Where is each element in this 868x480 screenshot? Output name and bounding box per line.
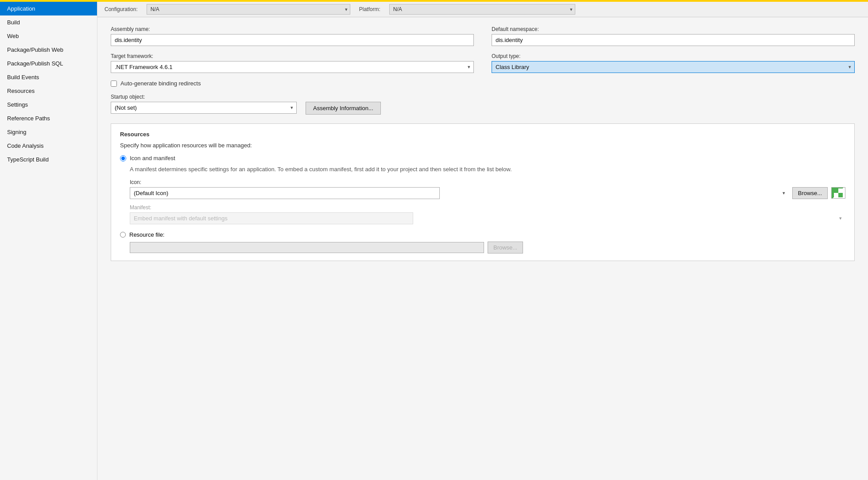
manifest-label: Manifest: — [130, 204, 845, 211]
platform-label: Platform: — [359, 6, 380, 12]
manifest-section: Manifest: Embed manifest with default se… — [130, 204, 845, 224]
icon-select-wrapper: (Default Icon) — [130, 187, 789, 199]
startup-object-group: Startup object: (Not set) — [111, 94, 297, 114]
manifest-select-wrapper: Embed manifest with default settings — [130, 212, 845, 224]
target-framework-label: Target framework: — [111, 53, 474, 59]
startup-object-label: Startup object: — [111, 94, 297, 100]
assembly-namespace-row: Assembly name: Default namespace: — [111, 26, 855, 46]
output-type-select[interactable]: Class Library Console Application Window… — [492, 61, 855, 73]
resource-file-label: Resource file: — [129, 231, 164, 238]
startup-row: Startup object: (Not set) Assembly Infor… — [111, 94, 855, 115]
target-framework-select[interactable]: .NET Framework 4.6.1 .NET Framework 4.5 … — [111, 61, 474, 73]
icon-manifest-label: Icon and manifest — [130, 155, 175, 161]
form-content: Assembly name: Default namespace: Target… — [97, 17, 868, 480]
content-area: Configuration: N/A Debug Release Platfor… — [97, 2, 868, 480]
resources-title: Resources — [120, 131, 845, 138]
svg-rect-2 — [838, 193, 843, 197]
resource-file-input-row: Browse... — [130, 242, 845, 253]
manifest-select[interactable]: Embed manifest with default settings — [130, 212, 413, 224]
resource-file-radio[interactable] — [120, 232, 126, 238]
sidebar-item-signing[interactable]: Signing — [0, 125, 97, 139]
configuration-label: Configuration: — [105, 6, 138, 12]
sidebar-item-application[interactable]: Application — [0, 2, 97, 15]
default-namespace-label: Default namespace: — [492, 26, 855, 32]
icon-label: Icon: — [130, 179, 845, 185]
icon-section: Icon: (Default Icon) Browse... — [130, 179, 845, 199]
sidebar-item-package-publish-sql[interactable]: Package/Publish SQL — [0, 57, 97, 70]
output-type-group: Output type: Class Library Console Appli… — [492, 53, 855, 73]
sidebar-item-package-publish-web[interactable]: Package/Publish Web — [0, 43, 97, 57]
sidebar-item-reference-paths[interactable]: Reference Paths — [0, 111, 97, 125]
auto-generate-row: Auto-generate binding redirects — [111, 80, 855, 87]
assembly-name-input[interactable] — [111, 34, 474, 46]
assembly-name-label: Assembly name: — [111, 26, 474, 32]
icon-browse-button[interactable]: Browse... — [792, 187, 828, 199]
resources-section: Resources Specify how application resour… — [111, 123, 855, 261]
output-type-label: Output type: — [492, 53, 855, 59]
target-framework-group: Target framework: .NET Framework 4.6.1 .… — [111, 53, 474, 73]
icon-select[interactable]: (Default Icon) — [130, 187, 440, 199]
auto-generate-label: Auto-generate binding redirects — [120, 80, 201, 87]
sidebar-item-settings[interactable]: Settings — [0, 98, 97, 111]
default-namespace-group: Default namespace: — [492, 26, 855, 46]
sidebar-item-typescript-build[interactable]: TypeScript Build — [0, 153, 97, 166]
startup-object-dropdown-wrapper: (Not set) — [111, 102, 297, 114]
resource-file-input[interactable] — [130, 242, 484, 253]
default-namespace-input[interactable] — [492, 34, 855, 46]
icon-manifest-radio-option: Icon and manifest — [120, 155, 845, 161]
configuration-select[interactable]: N/A Debug Release — [147, 4, 350, 15]
platform-select[interactable]: N/A Any CPU x86 x64 — [389, 4, 575, 15]
startup-object-select[interactable]: (Not set) — [111, 102, 297, 114]
icon-manifest-radio[interactable] — [120, 155, 126, 161]
sidebar-item-build-events[interactable]: Build Events — [0, 70, 97, 84]
target-framework-dropdown-wrapper: .NET Framework 4.6.1 .NET Framework 4.5 … — [111, 61, 474, 73]
framework-output-row: Target framework: .NET Framework 4.6.1 .… — [111, 53, 855, 73]
sidebar-item-build[interactable]: Build — [0, 15, 97, 29]
configuration-dropdown-wrapper: N/A Debug Release — [147, 4, 350, 15]
svg-rect-1 — [834, 188, 838, 193]
sidebar-item-code-analysis[interactable]: Code Analysis — [0, 139, 97, 153]
assembly-name-group: Assembly name: — [111, 26, 474, 46]
resource-file-browse-button[interactable]: Browse... — [488, 242, 523, 253]
auto-generate-checkbox[interactable] — [111, 81, 117, 87]
icon-manifest-desc: A manifest determines specific settings … — [130, 165, 845, 174]
assembly-information-button[interactable]: Assembly Information... — [306, 102, 381, 115]
output-type-dropdown-wrapper: Class Library Console Application Window… — [492, 61, 855, 73]
resources-desc: Specify how application resources will b… — [120, 142, 845, 149]
config-bar: Configuration: N/A Debug Release Platfor… — [97, 2, 868, 17]
sidebar-item-web[interactable]: Web — [0, 29, 97, 43]
resource-file-radio-option: Resource file: — [120, 231, 845, 238]
platform-dropdown-wrapper: N/A Any CPU x86 x64 — [389, 4, 575, 15]
icon-select-row: (Default Icon) Browse... — [130, 187, 845, 199]
icon-preview — [831, 187, 845, 199]
sidebar-item-resources[interactable]: Resources — [0, 84, 97, 98]
sidebar: Application Build Web Package/Publish We… — [0, 2, 97, 480]
